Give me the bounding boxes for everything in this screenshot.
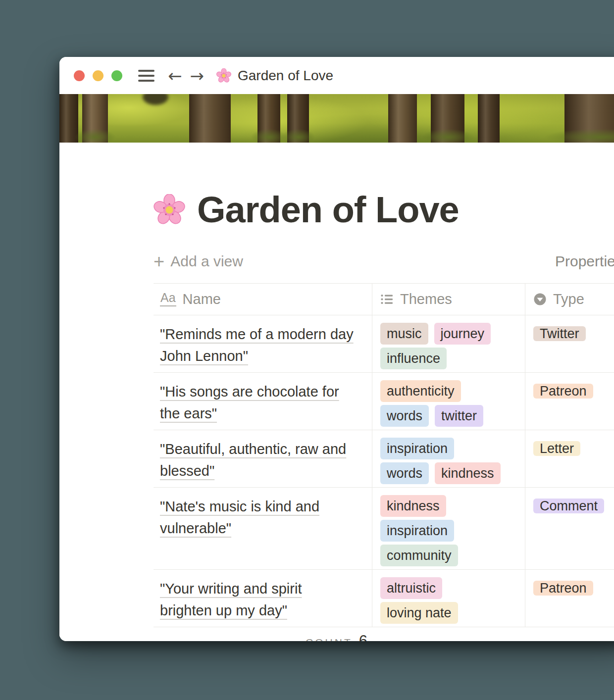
close-button[interactable]: [74, 70, 85, 81]
tag-line: inspiration: [380, 438, 517, 459]
cherry-blossom-icon: [216, 68, 231, 83]
window-titlebar: ← → Garden of Love: [59, 57, 614, 94]
table-rows: "Reminds me of a modern day John Lennon"…: [154, 315, 614, 627]
back-arrow-icon[interactable]: ←: [168, 67, 182, 84]
tree-trunk: [478, 94, 500, 143]
tag-words[interactable]: words: [380, 405, 429, 427]
column-label: Type: [553, 291, 584, 307]
row-type-cell[interactable]: Twitter: [525, 315, 614, 372]
row-title-link[interactable]: "His songs are chocolate for the ears": [160, 384, 339, 421]
row-themes-cell[interactable]: altruisticloving nate: [372, 570, 525, 627]
row-themes-cell[interactable]: authenticitywordstwitter: [372, 373, 525, 430]
row-name-cell[interactable]: "Beautiful, authentic, raw and blessed": [154, 430, 372, 487]
app-window: ← → Garden of Love: [59, 57, 614, 641]
table-row[interactable]: "Beautiful, authentic, raw and blessed"i…: [154, 430, 614, 488]
table-row[interactable]: "His songs are chocolate for the ears"au…: [154, 373, 614, 430]
row-title-link[interactable]: "Reminds me of a modern day John Lennon": [160, 326, 354, 364]
select-property-icon: [533, 293, 547, 306]
row-title-link[interactable]: "Your writing and spirit brighten up my …: [160, 581, 302, 618]
table-row[interactable]: "Your writing and spirit brighten up my …: [154, 570, 614, 627]
row-name-cell[interactable]: "His songs are chocolate for the ears": [154, 373, 372, 430]
row-type-cell[interactable]: Letter: [525, 430, 614, 487]
tag-patreon[interactable]: Patreon: [533, 581, 593, 596]
row-themes-cell[interactable]: kindnessinspirationcommunity: [372, 488, 525, 569]
tag-music[interactable]: music: [380, 323, 428, 345]
add-view-label: Add a view: [170, 253, 243, 270]
tag-community[interactable]: community: [380, 545, 458, 566]
tree-branch: [143, 94, 168, 105]
cherry-blossom-icon[interactable]: [154, 194, 185, 226]
tag-inspiration[interactable]: inspiration: [380, 438, 454, 459]
tree-trunk: [431, 94, 464, 143]
count-label: COUNT: [306, 637, 353, 641]
row-title-link[interactable]: "Nate's music is kind and vulnerable": [160, 499, 319, 536]
table-footer[interactable]: COUNT 6: [154, 627, 614, 641]
row-type-cell[interactable]: Patreon: [525, 570, 614, 627]
tree-trunk: [388, 94, 417, 143]
table-row[interactable]: "Nate's music is kind and vulnerable"kin…: [154, 488, 614, 570]
column-label: Name: [183, 291, 221, 307]
tag-loving-nate[interactable]: loving nate: [380, 602, 458, 624]
page-content: Garden of Love + Add a view Properties A…: [59, 191, 614, 641]
tag-authenticity[interactable]: authenticity: [380, 380, 461, 402]
multiselect-property-icon: [380, 293, 394, 306]
tree-trunk: [257, 94, 280, 143]
tag-kindness[interactable]: kindness: [380, 495, 446, 517]
tag-inspiration[interactable]: inspiration: [380, 520, 454, 542]
tree-trunk: [564, 94, 614, 143]
traffic-lights: [74, 70, 122, 81]
tag-twitter[interactable]: twitter: [435, 405, 483, 427]
tree-trunk: [287, 94, 309, 143]
tag-influence[interactable]: influence: [380, 348, 447, 369]
titlebar-page-title: Garden of Love: [216, 68, 333, 84]
tree-trunk: [189, 94, 231, 143]
page-title[interactable]: Garden of Love: [197, 191, 459, 229]
titlebar-title-text: Garden of Love: [238, 68, 333, 84]
hamburger-menu-icon[interactable]: [138, 70, 154, 82]
view-bar: + Add a view Properties: [154, 250, 614, 272]
zoom-button[interactable]: [111, 70, 122, 81]
row-name-cell[interactable]: "Reminds me of a modern day John Lennon": [154, 315, 372, 372]
column-header-themes[interactable]: Themes: [372, 284, 525, 315]
tag-line: kindness: [380, 495, 517, 517]
row-title-link[interactable]: "Beautiful, authentic, raw and blessed": [160, 441, 346, 479]
tag-journey[interactable]: journey: [434, 323, 491, 345]
row-themes-cell[interactable]: inspirationwordskindness: [372, 430, 525, 487]
database-table: Aa Name Themes: [154, 283, 614, 641]
tag-letter[interactable]: Letter: [533, 441, 580, 456]
tree-trunk: [82, 94, 108, 143]
text-property-icon: Aa: [160, 292, 176, 306]
tag-comment[interactable]: Comment: [533, 499, 604, 513]
row-type-cell[interactable]: Patreon: [525, 373, 614, 430]
cover-photo: [59, 94, 614, 143]
row-type-cell[interactable]: Comment: [525, 488, 614, 569]
tag-words[interactable]: words: [380, 462, 429, 484]
nav-arrows: ← →: [168, 67, 204, 84]
column-label: Themes: [400, 291, 452, 307]
column-header-type[interactable]: Type: [525, 284, 614, 315]
tag-altruistic[interactable]: altruistic: [380, 577, 442, 599]
properties-button[interactable]: Properties: [555, 253, 614, 270]
tag-line: musicjourney: [380, 323, 517, 345]
tag-line: authenticity: [380, 380, 517, 402]
column-header-name[interactable]: Aa Name: [154, 284, 372, 315]
add-view-button[interactable]: + Add a view: [154, 252, 243, 271]
row-name-cell[interactable]: "Nate's music is kind and vulnerable": [154, 488, 372, 569]
tag-kindness[interactable]: kindness: [435, 462, 501, 484]
tag-patreon[interactable]: Patreon: [533, 384, 593, 399]
plus-icon: +: [154, 252, 164, 271]
tag-twitter[interactable]: Twitter: [533, 326, 586, 341]
row-name-cell[interactable]: "Your writing and spirit brighten up my …: [154, 570, 372, 627]
table-row[interactable]: "Reminds me of a modern day John Lennon"…: [154, 315, 614, 373]
tag-line: loving nate: [380, 602, 517, 624]
row-themes-cell[interactable]: musicjourneyinfluence: [372, 315, 525, 372]
tag-line: influence: [380, 348, 517, 369]
count-value: 6: [359, 632, 367, 641]
tag-line: wordskindness: [380, 462, 517, 484]
tag-line: community: [380, 545, 517, 566]
minimize-button[interactable]: [93, 70, 103, 81]
tag-line: inspiration: [380, 520, 517, 542]
forward-arrow-icon[interactable]: →: [190, 67, 205, 84]
count-aggregate[interactable]: COUNT 6: [154, 632, 372, 641]
tag-line: wordstwitter: [380, 405, 517, 427]
